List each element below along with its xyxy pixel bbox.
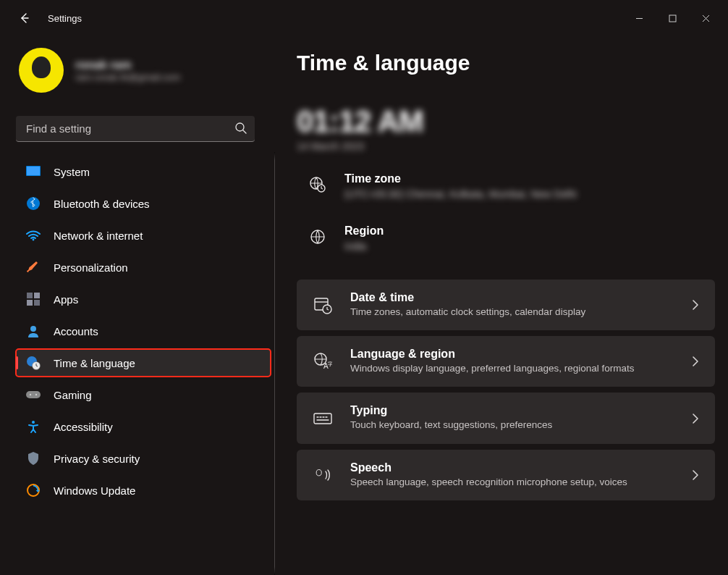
sidebar-item-label: Apps [54, 293, 78, 306]
arrow-left-icon [19, 12, 30, 24]
card-desc: Touch keyboard, text suggestions, prefer… [350, 419, 552, 432]
sidebar-item-accounts[interactable]: Accounts [16, 317, 271, 345]
timezone-label: Time zone [344, 172, 577, 185]
sidebar-item-apps[interactable]: Apps [16, 285, 271, 313]
card-typing[interactable]: Typing Touch keyboard, text suggestions,… [297, 393, 715, 443]
sidebar-divider [274, 152, 275, 575]
sidebar-item-bluetooth[interactable]: Bluetooth & devices [16, 190, 271, 217]
app-title: Settings [48, 13, 82, 24]
page-title: Time & language [297, 51, 715, 75]
svg-text:字: 字 [328, 361, 332, 366]
sidebar-item-label: Accessibility [54, 421, 113, 433]
sidebar-item-label: Accounts [54, 325, 98, 337]
sidebar-item-accessibility[interactable]: Accessibility [16, 413, 271, 440]
sidebar-item-label: Windows Update [54, 484, 135, 497]
region-value: India [344, 240, 384, 252]
svg-point-1 [236, 123, 244, 131]
card-language-region[interactable]: A字 Language & region Windows display lan… [297, 336, 715, 387]
date-time-icon [313, 295, 333, 315]
avatar [19, 48, 64, 93]
wifi-icon [26, 228, 41, 243]
svg-point-15 [35, 394, 37, 395]
apps-icon [26, 292, 41, 306]
sidebar-item-label: Bluetooth & devices [54, 198, 150, 210]
display-icon [26, 164, 41, 179]
accessibility-icon [26, 419, 41, 434]
svg-point-14 [30, 394, 31, 395]
chevron-right-icon [690, 413, 699, 424]
person-icon [26, 324, 41, 338]
update-icon [26, 483, 41, 498]
sidebar: ronak ram ram.ronak.fe@gmail.com System … [0, 36, 275, 575]
sidebar-item-label: System [54, 166, 90, 178]
card-title: Typing [350, 404, 552, 417]
sidebar-item-label: Time & language [54, 357, 135, 369]
search-box[interactable] [16, 116, 255, 142]
svg-rect-8 [27, 300, 33, 306]
minimize-button[interactable] [622, 7, 656, 30]
shield-icon [26, 451, 41, 466]
language-icon: A字 [313, 351, 333, 372]
timezone-value: (UTC+05:30) Chennai, Kolkata, Mumbai, Ne… [344, 188, 577, 200]
titlebar: Settings [0, 0, 728, 36]
card-desc: Speech language, speech recognition micr… [350, 476, 627, 489]
brush-icon [26, 260, 41, 274]
sidebar-item-privacy[interactable]: Privacy & security [16, 445, 271, 472]
close-button[interactable] [689, 7, 722, 30]
svg-rect-26 [314, 414, 331, 424]
svg-rect-0 [669, 15, 676, 22]
region-label: Region [344, 224, 384, 238]
card-date-time[interactable]: Date & time Time zones, automatic clock … [297, 280, 715, 330]
sidebar-item-update[interactable]: Windows Update [16, 477, 271, 504]
globe-icon [307, 226, 329, 248]
sidebar-item-time-language[interactable]: Time & language [16, 349, 271, 377]
card-speech[interactable]: Speech Speech language, speech recogniti… [297, 450, 715, 500]
close-icon [702, 14, 710, 22]
maximize-icon [669, 14, 677, 22]
svg-point-4 [27, 197, 40, 210]
svg-point-10 [30, 326, 36, 332]
window-controls [622, 7, 722, 30]
region-info[interactable]: Region India [297, 220, 715, 265]
current-date: 14 March 2023 [297, 140, 715, 152]
bluetooth-icon [26, 196, 41, 211]
timezone-icon [307, 174, 329, 196]
sidebar-item-system[interactable]: System [16, 158, 271, 185]
chevron-right-icon [690, 469, 699, 481]
card-title: Date & time [350, 291, 585, 304]
chevron-right-icon [690, 299, 699, 311]
keyboard-icon [313, 408, 333, 429]
sidebar-item-label: Network & internet [54, 230, 143, 242]
sidebar-item-label: Privacy & security [54, 453, 140, 465]
gamepad-icon [26, 387, 41, 402]
current-time: 01:12 AM [297, 104, 715, 139]
profile-name: ronak ram [75, 59, 180, 72]
profile-email: ram.ronak.fe@gmail.com [75, 72, 180, 83]
card-title: Language & region [350, 348, 634, 361]
sidebar-item-label: Gaming [54, 389, 92, 401]
back-button[interactable] [13, 7, 36, 30]
sidebar-item-gaming[interactable]: Gaming [16, 381, 271, 408]
maximize-button[interactable] [656, 7, 689, 30]
card-desc: Windows display language, preferred lang… [350, 362, 634, 375]
svg-rect-7 [34, 293, 40, 298]
card-desc: Time zones, automatic clock settings, ca… [350, 306, 585, 319]
sidebar-item-personalization[interactable]: Personalization [16, 253, 271, 281]
profile-block[interactable]: ronak ram ram.ronak.fe@gmail.com [16, 46, 271, 104]
svg-rect-13 [26, 391, 41, 398]
sidebar-nav: System Bluetooth & devices Network & int… [16, 158, 271, 504]
sidebar-item-label: Personalization [54, 261, 128, 274]
search-icon [234, 122, 247, 135]
search-input[interactable] [16, 116, 255, 142]
svg-point-5 [33, 239, 35, 241]
card-title: Speech [350, 461, 627, 474]
svg-rect-6 [27, 293, 33, 298]
clock-globe-icon [26, 356, 41, 370]
chevron-right-icon [690, 356, 699, 367]
speech-icon [313, 465, 333, 485]
timezone-info[interactable]: Time zone (UTC+05:30) Chennai, Kolkata, … [297, 168, 715, 213]
svg-rect-9 [34, 300, 40, 306]
sidebar-item-network[interactable]: Network & internet [16, 222, 271, 249]
main-content: Time & language 01:12 AM 14 March 2023 T… [275, 36, 728, 575]
minimize-icon [635, 14, 643, 22]
